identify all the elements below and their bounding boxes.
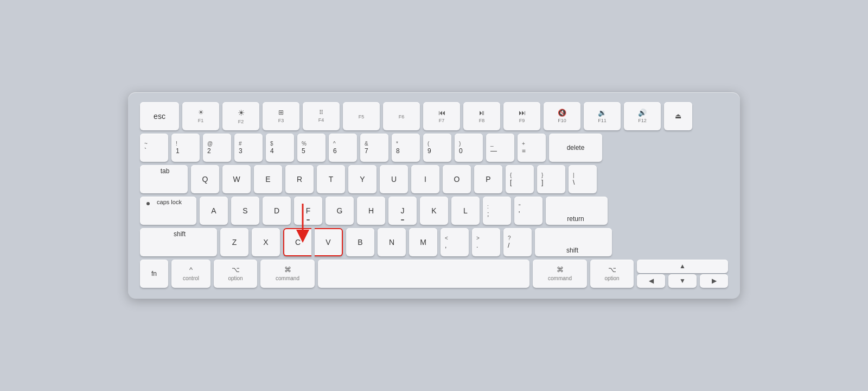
key-f8[interactable]: ⏯ F8 (463, 102, 500, 130)
key-h[interactable]: H (357, 197, 385, 225)
key-lbracket[interactable]: { [ (506, 165, 534, 193)
key-f11[interactable]: 🔉 F11 (584, 102, 621, 130)
key-arrow-up[interactable]: ▲ (637, 260, 728, 273)
key-v[interactable]: V (315, 228, 343, 256)
key-m[interactable]: M (409, 228, 437, 256)
key-q[interactable]: Q (191, 165, 219, 193)
key-f4[interactable]: ⠿ F4 (303, 102, 340, 130)
keyboard: esc ☀ F1 ☀ F2 ⊞ F3 ⠿ F4 F5 F6 ⏮ F7 ⏯ (128, 92, 740, 299)
key-arrow-down[interactable]: ▼ (668, 274, 697, 288)
key-f3[interactable]: ⊞ F3 (263, 102, 299, 130)
key-f9[interactable]: ⏭ F9 (503, 102, 540, 130)
key-tilde[interactable]: ~ ` (140, 134, 168, 162)
key-f6[interactable]: F6 (383, 102, 420, 130)
key-p[interactable]: P (474, 165, 502, 193)
key-tab[interactable]: tab (140, 165, 188, 193)
key-i[interactable]: I (411, 165, 439, 193)
fn-key-row: esc ☀ F1 ☀ F2 ⊞ F3 ⠿ F4 F5 F6 ⏮ F7 ⏯ (140, 102, 728, 130)
key-arrow-left[interactable]: ◀ (637, 274, 665, 288)
key-esc[interactable]: esc (140, 102, 179, 130)
key-8[interactable]: * 8 (392, 134, 420, 162)
key-command-right[interactable]: ⌘ command (533, 260, 587, 288)
key-f10[interactable]: 🔇 F10 (544, 102, 580, 130)
key-4[interactable]: $ 4 (266, 134, 294, 162)
key-s[interactable]: S (231, 197, 259, 225)
key-delete[interactable]: delete (549, 134, 602, 162)
key-minus[interactable]: _ — (486, 134, 514, 162)
key-j[interactable]: J (388, 197, 417, 225)
key-equal[interactable]: + = (518, 134, 546, 162)
key-f1[interactable]: ☀ F1 (182, 102, 219, 130)
key-caps-lock[interactable]: caps lock (140, 197, 196, 225)
key-r[interactable]: R (285, 165, 314, 193)
key-0[interactable]: ) 0 (455, 134, 483, 162)
arrow-key-group: ▲ ◀ ▼ ▶ (637, 260, 728, 288)
key-n[interactable]: N (378, 228, 406, 256)
key-backslash[interactable]: | \ (569, 165, 597, 193)
key-b[interactable]: B (346, 228, 374, 256)
key-return[interactable]: return (546, 197, 608, 225)
key-semicolon[interactable]: : ; (483, 197, 511, 225)
key-rbracket[interactable]: } ] (537, 165, 565, 193)
key-command-left[interactable]: ⌘ command (260, 260, 315, 288)
key-e[interactable]: E (254, 165, 282, 193)
key-x[interactable]: X (252, 228, 280, 256)
key-t[interactable]: T (317, 165, 345, 193)
key-d[interactable]: D (263, 197, 291, 225)
key-shift-right[interactable]: shift (535, 228, 612, 256)
key-u[interactable]: U (380, 165, 408, 193)
number-key-row: ~ ` ! 1 @ 2 # 3 $ 4 % 5 ^ 6 & 7 (140, 134, 728, 162)
key-3[interactable]: # 3 (234, 134, 263, 162)
key-period[interactable]: > . (472, 228, 500, 256)
key-z[interactable]: Z (220, 228, 248, 256)
key-f5[interactable]: F5 (343, 102, 380, 130)
bottom-key-row: fn ^ control ⌥ option ⌘ command ⌘ comman… (140, 260, 728, 288)
key-f[interactable]: F (294, 197, 322, 225)
qwerty-key-row: tab Q W E R T Y U I O P { [ } ] | \ (140, 165, 728, 193)
key-quote[interactable]: " ' (514, 197, 542, 225)
key-option-right[interactable]: ⌥ option (590, 260, 634, 288)
key-f12[interactable]: 🔊 F12 (624, 102, 661, 130)
key-7[interactable]: & 7 (360, 134, 388, 162)
key-a[interactable]: A (200, 197, 228, 225)
key-o[interactable]: O (443, 165, 471, 193)
key-l[interactable]: L (451, 197, 480, 225)
key-space[interactable] (318, 260, 529, 288)
key-eject[interactable]: ⏏ (664, 102, 692, 130)
key-6[interactable]: ^ 6 (329, 134, 357, 162)
key-comma[interactable]: < , (441, 228, 469, 256)
key-arrow-right[interactable]: ▶ (700, 274, 728, 288)
key-y[interactable]: Y (348, 165, 376, 193)
key-k[interactable]: K (420, 197, 448, 225)
key-control[interactable]: ^ control (171, 260, 210, 288)
zxcv-key-row: shift Z X C V B N M < , > . ? / shift (140, 228, 728, 256)
caps-lock-indicator (146, 202, 150, 205)
key-5[interactable]: % 5 (297, 134, 326, 162)
key-option-left[interactable]: ⌥ option (214, 260, 257, 288)
key-slash[interactable]: ? / (503, 228, 532, 256)
key-c[interactable]: C (283, 228, 311, 256)
key-1[interactable]: ! 1 (171, 134, 200, 162)
key-f2[interactable]: ☀ F2 (222, 102, 259, 130)
key-g[interactable]: G (326, 197, 354, 225)
key-w[interactable]: W (222, 165, 251, 193)
asdf-key-row: caps lock A S D F G H J K L : ; " ' retu… (140, 197, 728, 225)
key-shift-left[interactable]: shift (140, 228, 217, 256)
key-2[interactable]: @ 2 (203, 134, 231, 162)
key-f7[interactable]: ⏮ F7 (423, 102, 460, 130)
key-fn[interactable]: fn (140, 260, 168, 288)
key-9[interactable]: ( 9 (423, 134, 451, 162)
